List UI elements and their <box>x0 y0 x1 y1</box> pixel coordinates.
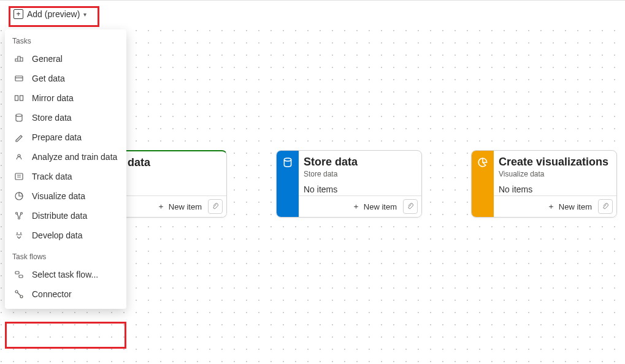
new-item-label: New item <box>559 202 592 211</box>
attach-button[interactable] <box>403 199 418 214</box>
analyze-icon <box>13 152 25 162</box>
attach-icon <box>602 202 608 211</box>
general-icon <box>13 54 25 64</box>
plus-icon: ＋ <box>547 201 555 212</box>
dropdown-section-tasks: Tasks <box>5 33 126 49</box>
add-button-label: Add (preview) <box>27 9 80 19</box>
attach-button[interactable] <box>598 199 613 214</box>
plus-icon: ＋ <box>352 201 360 212</box>
prepare-data-icon <box>13 132 25 142</box>
task-flow-icon <box>13 270 25 279</box>
menu-item-select-task-flow[interactable]: Select task flow... <box>5 265 126 284</box>
menu-item-distribute-data[interactable]: Distribute data <box>5 206 126 226</box>
card-footer: ＋ New item <box>299 195 421 217</box>
plus-icon: ＋ <box>157 201 165 212</box>
attach-icon <box>407 202 413 211</box>
menu-item-label: Store data <box>32 113 72 123</box>
card-body: Store data Store data No items ＋ New ite… <box>299 151 421 217</box>
svg-point-10 <box>18 218 20 219</box>
visualize-icon <box>13 191 25 201</box>
menu-item-mirror-data[interactable]: Mirror data <box>5 88 126 108</box>
card-store-data[interactable]: Store data Store data No items ＋ New ite… <box>276 150 422 218</box>
store-data-icon <box>13 113 25 123</box>
svg-point-14 <box>20 295 23 298</box>
card-subtitle: Visualize data <box>499 170 610 178</box>
get-data-icon <box>13 74 25 83</box>
svg-rect-6 <box>15 173 23 180</box>
menu-item-connector[interactable]: Connector <box>5 284 126 304</box>
new-item-label: New item <box>364 202 397 211</box>
menu-item-general[interactable]: General <box>5 49 126 69</box>
develop-icon <box>13 230 25 240</box>
new-item-button[interactable]: ＋ New item <box>348 199 401 214</box>
add-dropdown: Tasks General Get data Mirror data Store… <box>5 29 126 309</box>
menu-item-store-data[interactable]: Store data <box>5 108 126 127</box>
menu-item-label: Distribute data <box>32 211 87 221</box>
mirror-data-icon <box>13 93 25 103</box>
menu-item-label: Prepare data <box>32 132 82 142</box>
new-item-button[interactable]: ＋ New item <box>153 199 205 214</box>
new-item-button[interactable]: ＋ New item <box>543 199 596 214</box>
menu-item-label: Develop data <box>32 230 83 240</box>
toolbar: + Add (preview) ▾ <box>0 0 625 28</box>
menu-item-label: Select task flow... <box>32 270 98 279</box>
attach-icon <box>212 202 218 211</box>
svg-rect-12 <box>19 275 23 278</box>
svg-rect-11 <box>15 271 19 274</box>
database-icon <box>282 157 293 168</box>
menu-item-prepare-data[interactable]: Prepare data <box>5 127 126 147</box>
menu-item-label: Connector <box>32 289 72 299</box>
menu-item-label: Mirror data <box>32 93 74 103</box>
svg-point-0 <box>284 158 291 161</box>
plus-icon: + <box>13 9 23 19</box>
svg-rect-2 <box>15 96 18 100</box>
svg-rect-1 <box>15 76 23 81</box>
new-item-label: New item <box>169 202 202 211</box>
menu-item-develop-data[interactable]: Develop data <box>5 226 126 245</box>
attach-button[interactable] <box>208 199 223 214</box>
card-title: Create visualizations <box>499 156 610 169</box>
add-button[interactable]: + Add (preview) ▾ <box>7 6 93 23</box>
menu-item-label: Analyze and train data <box>32 152 117 162</box>
pie-chart-icon <box>477 157 488 168</box>
distribute-icon <box>13 211 25 221</box>
card-accent <box>472 151 494 217</box>
track-data-icon <box>13 172 25 181</box>
menu-item-visualize-data[interactable]: Visualize data <box>5 186 126 206</box>
menu-item-analyze-train-data[interactable]: Analyze and train data <box>5 147 126 167</box>
svg-point-13 <box>15 290 18 293</box>
dropdown-section-flows: Task flows <box>5 249 126 265</box>
card-noitems: No items <box>304 184 415 194</box>
card-title: Store data <box>304 156 415 169</box>
chevron-down-icon: ▾ <box>83 11 86 18</box>
card-create-visualizations[interactable]: Create visualizations Visualize data No … <box>471 150 617 218</box>
card-subtitle: Store data <box>304 170 415 178</box>
svg-point-4 <box>16 114 22 116</box>
svg-rect-3 <box>20 96 23 100</box>
card-footer: ＋ New item <box>494 195 616 217</box>
menu-item-label: Get data <box>32 74 65 83</box>
menu-item-label: General <box>32 54 63 64</box>
menu-item-track-data[interactable]: Track data <box>5 167 126 186</box>
card-body: Create visualizations Visualize data No … <box>494 151 616 217</box>
connector-icon <box>13 289 25 299</box>
menu-item-get-data[interactable]: Get data <box>5 69 126 88</box>
card-noitems: No items <box>499 184 610 194</box>
card-accent <box>277 151 299 217</box>
menu-item-label: Track data <box>32 172 72 181</box>
menu-item-label: Visualize data <box>32 191 85 201</box>
